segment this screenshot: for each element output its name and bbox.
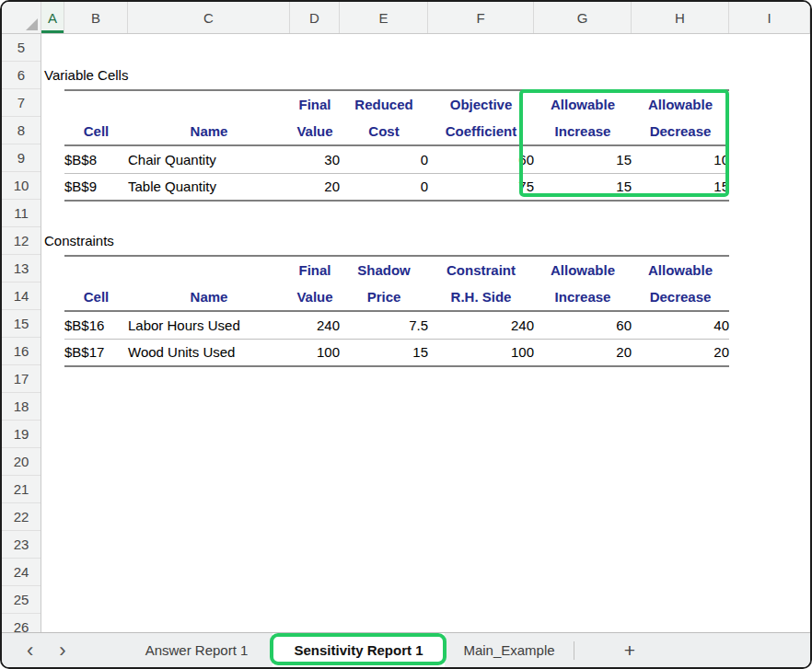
variable-cells-table: Final Reduced Objective Allowable Allowa… bbox=[64, 89, 729, 202]
column-header-B[interactable]: B bbox=[64, 2, 128, 33]
row-header-8[interactable]: 8 bbox=[2, 117, 41, 144]
header-cell: Value bbox=[290, 283, 340, 311]
cell-H10[interactable]: 15 bbox=[632, 173, 729, 201]
next-sheet-icon[interactable]: › bbox=[59, 640, 65, 661]
cell-D9[interactable]: 30 bbox=[290, 145, 340, 173]
cell-H16[interactable]: 20 bbox=[632, 339, 729, 366]
cell-G10[interactable]: 15 bbox=[534, 173, 632, 201]
row-header-5[interactable]: 5 bbox=[2, 34, 41, 62]
tab-sensitivity-report-1[interactable]: Sensitivity Report 1 bbox=[273, 633, 445, 667]
constraints-title[interactable]: Constraints bbox=[44, 227, 114, 255]
prev-sheet-icon[interactable]: ‹ bbox=[27, 640, 33, 661]
variable-cells-title[interactable]: Variable Cells bbox=[44, 62, 128, 89]
header-cell bbox=[64, 256, 128, 283]
table-row: $B$9 Table Quantity 20 0 75 15 15 bbox=[64, 173, 729, 201]
row-header-23[interactable]: 23 bbox=[2, 531, 41, 559]
cell-B15[interactable]: $B$16 bbox=[64, 311, 128, 339]
tab-answer-report-1[interactable]: Answer Report 1 bbox=[122, 633, 272, 667]
row-header-10[interactable]: 10 bbox=[2, 172, 41, 200]
header-cell: Final bbox=[290, 90, 340, 118]
sheet-tab-bar: ‹ › Answer Report 1 Sensitivity Report 1… bbox=[2, 632, 810, 667]
row-header-12[interactable]: 12 bbox=[2, 227, 41, 255]
row-header-25[interactable]: 25 bbox=[2, 586, 41, 614]
header-cell: Reduced bbox=[340, 90, 428, 118]
header-cell: R.H. Side bbox=[428, 283, 534, 311]
tab-main-example[interactable]: Main_Example bbox=[445, 633, 574, 667]
header-cell: Constraint bbox=[428, 256, 534, 283]
row-header-11[interactable]: 11 bbox=[2, 200, 41, 227]
cell-B10[interactable]: $B$9 bbox=[64, 173, 128, 201]
cell-D15[interactable]: 240 bbox=[290, 311, 340, 339]
cell-H9[interactable]: 10 bbox=[632, 145, 729, 173]
cell-C9[interactable]: Chair Quantity bbox=[128, 145, 290, 173]
header-cell: Name bbox=[128, 118, 290, 145]
column-header-A[interactable]: A bbox=[41, 2, 64, 33]
add-sheet-button[interactable]: + bbox=[574, 633, 685, 667]
row-header-7[interactable]: 7 bbox=[2, 89, 41, 117]
cell-E15[interactable]: 7.5 bbox=[340, 311, 428, 339]
cell-G9[interactable]: 15 bbox=[534, 145, 632, 173]
cell-C10[interactable]: Table Quantity bbox=[128, 173, 290, 201]
column-header-G[interactable]: G bbox=[534, 2, 632, 33]
cell-D16[interactable]: 100 bbox=[290, 339, 340, 366]
header-cell: Objective bbox=[428, 90, 534, 118]
header-cell: Shadow bbox=[340, 256, 428, 283]
row-header-9[interactable]: 9 bbox=[2, 144, 41, 172]
header-cell: Decrease bbox=[632, 283, 729, 311]
header-cell: Allowable bbox=[534, 90, 632, 118]
cell-F9[interactable]: 60 bbox=[428, 145, 534, 173]
cell-F16[interactable]: 100 bbox=[428, 339, 534, 366]
header-cell: Allowable bbox=[632, 90, 729, 118]
row-header-24[interactable]: 24 bbox=[2, 559, 41, 586]
cell-F15[interactable]: 240 bbox=[428, 311, 534, 339]
row-header-26[interactable]: 26 bbox=[2, 614, 41, 632]
select-all-button[interactable] bbox=[2, 2, 41, 33]
tab-nav-arrows: ‹ › bbox=[2, 633, 122, 667]
table-row: $B$8 Chair Quantity 30 0 60 15 10 bbox=[64, 145, 729, 173]
header-cell: Value bbox=[290, 118, 340, 145]
row-header-16[interactable]: 16 bbox=[2, 338, 41, 365]
header-cell: Allowable bbox=[632, 256, 729, 283]
row-header-22[interactable]: 22 bbox=[2, 503, 41, 531]
column-header-C[interactable]: C bbox=[128, 2, 290, 33]
cell-G15[interactable]: 60 bbox=[534, 311, 632, 339]
row-header-column: 5 6 7 8 9 10 11 12 13 14 15 16 17 18 19 … bbox=[2, 34, 41, 632]
row-header-14[interactable]: 14 bbox=[2, 283, 41, 310]
column-header-F[interactable]: F bbox=[428, 2, 534, 33]
table-header-row: Final Shadow Constraint Allowable Allowa… bbox=[64, 256, 729, 283]
row-header-21[interactable]: 21 bbox=[2, 476, 41, 503]
header-cell: Price bbox=[340, 283, 428, 311]
constraints-table: Final Shadow Constraint Allowable Allowa… bbox=[64, 255, 729, 367]
table-header-row: Cell Name Value Cost Coefficient Increas… bbox=[64, 118, 729, 145]
cell-E16[interactable]: 15 bbox=[340, 339, 428, 366]
column-header-D[interactable]: D bbox=[290, 2, 340, 33]
header-cell: Coefficient bbox=[428, 118, 534, 145]
row-header-13[interactable]: 13 bbox=[2, 255, 41, 283]
cell-E9[interactable]: 0 bbox=[340, 145, 428, 173]
cell-B16[interactable]: $B$17 bbox=[64, 339, 128, 366]
row-header-19[interactable]: 19 bbox=[2, 421, 41, 448]
cell-D10[interactable]: 20 bbox=[290, 173, 340, 201]
row-header-18[interactable]: 18 bbox=[2, 393, 41, 421]
column-header-E[interactable]: E bbox=[340, 2, 428, 33]
sheet-area[interactable]: Variable Cells Final Reduced Objective A… bbox=[42, 34, 810, 632]
header-cell bbox=[64, 90, 128, 118]
header-cell: Increase bbox=[534, 283, 632, 311]
header-cell bbox=[128, 256, 290, 283]
cell-E10[interactable]: 0 bbox=[340, 173, 428, 201]
cell-F10[interactable]: 75 bbox=[428, 173, 534, 201]
row-header-15[interactable]: 15 bbox=[2, 310, 41, 338]
header-cell: Name bbox=[128, 283, 290, 311]
column-header-I[interactable]: I bbox=[729, 2, 810, 33]
row-header-20[interactable]: 20 bbox=[2, 448, 41, 476]
cell-C16[interactable]: Wood Units Used bbox=[128, 339, 290, 366]
cell-G16[interactable]: 20 bbox=[534, 339, 632, 366]
cell-B9[interactable]: $B$8 bbox=[64, 145, 128, 173]
row-header-6[interactable]: 6 bbox=[2, 62, 41, 89]
cell-C15[interactable]: Labor Hours Used bbox=[128, 311, 290, 339]
header-cell: Allowable bbox=[534, 256, 632, 283]
cell-H15[interactable]: 40 bbox=[632, 311, 729, 339]
column-header-row: A B C D E F G H I bbox=[2, 2, 810, 34]
column-header-H[interactable]: H bbox=[632, 2, 729, 33]
row-header-17[interactable]: 17 bbox=[2, 365, 41, 393]
